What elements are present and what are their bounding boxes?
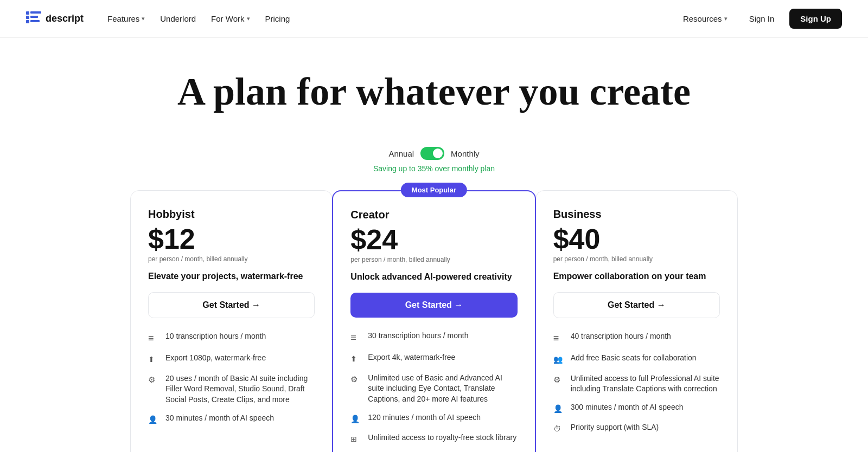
logo[interactable]: descript [26,11,84,27]
list-item: 10 transcription hours / month [148,331,315,345]
ai-icon [553,374,564,386]
hobbyist-features: 10 transcription hours / month Export 10… [148,331,315,425]
transcription-icon [553,332,564,345]
monthly-label: Monthly [451,149,480,158]
creator-cta[interactable]: Get Started → [350,293,517,318]
business-features: 40 transcription hours / month Add free … [553,331,720,435]
plan-hobbyist: Hobbyist $12 per person / month, billed … [130,190,333,452]
list-item: Unlimited use of Basic and Advanced AI s… [350,373,517,405]
creator-features: 30 transcription hours / month Export 4k… [350,331,517,445]
hobbyist-name: Hobbyist [148,208,315,221]
list-item: 30 transcription hours / month [350,331,517,345]
svg-rect-1 [26,16,29,19]
stock-icon [350,433,361,445]
support-icon [553,423,564,435]
hero-title: A plan for whatever you create [11,70,857,113]
chevron-down-icon: ▾ [142,15,145,22]
list-item: 40 transcription hours / month [553,331,720,345]
logo-text: descript [46,13,84,24]
nav-underlord[interactable]: Underlord [154,10,202,28]
list-item: Priority support (with SLA) [553,422,720,435]
speech-icon [148,414,159,425]
plan-creator: Most Popular Creator $24 per person / mo… [332,190,535,452]
nav-for-work[interactable]: For Work ▾ [205,10,256,28]
list-item: 30 minutes / month of AI speech [148,413,315,425]
export-icon [350,353,361,365]
plans-section: Hobbyist $12 per person / month, billed … [108,190,760,452]
list-item: Add free Basic seats for collaboration [553,353,720,365]
ai-icon [148,374,159,386]
business-billing: per person / month, billed annually [553,255,720,263]
svg-rect-2 [26,20,29,23]
hobbyist-billing: per person / month, billed annually [148,255,315,263]
hobbyist-cta[interactable]: Get Started → [148,292,315,318]
transcription-icon [350,331,361,345]
speech-icon [350,413,361,425]
ai-icon [350,373,361,385]
annual-label: Annual [388,149,414,158]
most-popular-badge: Most Popular [401,183,467,197]
svg-rect-5 [30,20,40,22]
hero-section: A plan for whatever you create [0,38,868,130]
creator-price: $24 [350,225,517,254]
creator-tagline: Unlock advanced AI-powered creativity [350,272,517,282]
chevron-down-icon: ▾ [247,15,250,22]
business-tagline: Empower collaboration on your team [553,272,720,281]
nav-resources[interactable]: Resources ▾ [676,10,734,28]
list-item: Export 4k, watermark-free [350,352,517,365]
business-price: $40 [553,225,720,253]
transcription-icon [148,332,159,345]
hobbyist-price: $12 [148,225,315,253]
navbar: descript Features ▾ Underlord For Work ▾… [0,0,868,38]
sign-up-button[interactable]: Sign Up [789,9,842,29]
billing-toggle-switch[interactable] [420,147,444,160]
nav-links: Features ▾ Underlord For Work ▾ Pricing [101,10,296,28]
list-item: 20 uses / month of Basic AI suite includ… [148,373,315,405]
list-item: 120 minutes / month of AI speech [350,412,517,425]
business-cta[interactable]: Get Started → [553,292,720,318]
svg-rect-3 [30,11,41,14]
list-item: 300 minutes / month of AI speech [553,402,720,415]
billing-toggle: Annual Monthly [0,147,868,160]
plan-business: Business $40 per person / month, billed … [535,190,738,452]
list-item: Unlimited access to full Professional AI… [553,373,720,395]
seats-icon [553,353,564,365]
savings-text: Saving up to 35% over monthly plan [0,164,868,173]
creator-name: Creator [350,209,517,221]
nav-pricing[interactable]: Pricing [259,10,297,28]
creator-billing: per person / month, billed annually [350,256,517,263]
business-name: Business [553,208,720,221]
list-item: Export 1080p, watermark-free [148,353,315,365]
speech-icon [553,403,564,415]
nav-features[interactable]: Features ▾ [101,10,151,28]
list-item: Unlimited access to royalty-free stock l… [350,432,517,445]
chevron-down-icon: ▾ [724,15,727,22]
export-icon [148,353,159,365]
hobbyist-tagline: Elevate your projects, watermark-free [148,272,315,281]
svg-rect-0 [26,11,29,15]
sign-in-link[interactable]: Sign In [743,10,781,28]
toggle-knob [433,148,443,158]
svg-rect-4 [30,16,38,18]
